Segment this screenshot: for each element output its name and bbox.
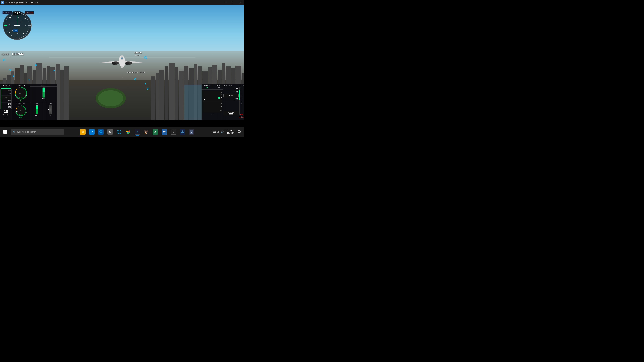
svg-rect-147 bbox=[219, 131, 219, 133]
window-title: Microsoft Flight Simulator - 1.18.15.0 bbox=[5, 1, 221, 4]
taskbar-app-clipboard[interactable] bbox=[187, 128, 196, 136]
altitude-vs-panel: ALTITUDE VS 3200 3100 3020 2900 29.92 IN… bbox=[223, 84, 244, 120]
search-bar[interactable]: 🔍 Type here to search bbox=[11, 129, 64, 135]
eng1-pct: 42% bbox=[12, 100, 30, 102]
alt-2900: 2900 bbox=[224, 97, 239, 101]
vs-bottom-display: -1690 bbox=[239, 116, 244, 118]
search-placeholder-text: Type here to search bbox=[17, 131, 36, 133]
svg-text:23%: 23% bbox=[21, 97, 24, 98]
game2-icon: ⚔ bbox=[171, 129, 176, 135]
waypoint-distance-label: 8.00NM bbox=[134, 51, 142, 54]
center-mast bbox=[122, 55, 122, 77]
svg-point-42 bbox=[112, 62, 116, 65]
degree-label: 15° bbox=[202, 113, 223, 115]
search-icon: 🔍 bbox=[12, 131, 16, 133]
svg-text:LVR: LVR bbox=[18, 97, 20, 98]
start-button[interactable] bbox=[0, 127, 10, 137]
eng2-pct: 42% bbox=[12, 116, 30, 118]
titlebar: ✈ Microsoft Flight Simulator - 1.18.15.0… bbox=[0, 0, 244, 5]
hdg-label: HDG bbox=[3, 12, 7, 13]
airspeed-unit: KTS bbox=[1, 87, 10, 89]
waypoint-dot-9 bbox=[147, 88, 148, 90]
crs-value: 219 bbox=[30, 12, 33, 14]
speed-170: 170 bbox=[0, 103, 12, 106]
crs-label: CRS bbox=[26, 12, 29, 13]
waypoint-dot-7 bbox=[134, 78, 136, 80]
svg-rect-148 bbox=[238, 131, 240, 133]
maximize-button[interactable]: □ bbox=[229, 0, 236, 5]
svg-rect-14 bbox=[60, 70, 64, 120]
speed-large-display: 18 TAS 195KT 187 bbox=[0, 109, 12, 117]
svg-rect-20 bbox=[169, 63, 174, 120]
vs-label: VS bbox=[241, 85, 244, 86]
minimize-button[interactable]: ─ bbox=[221, 0, 229, 5]
network-tray-icon[interactable] bbox=[217, 130, 220, 134]
taskbar-app-flight2[interactable] bbox=[178, 128, 187, 136]
airspeed-label: AIRSPEED bbox=[0, 84, 12, 87]
svg-marker-140 bbox=[180, 132, 184, 133]
close-button[interactable]: ✕ bbox=[236, 0, 244, 5]
keyboard-icon[interactable]: ⌨ bbox=[213, 131, 216, 133]
svg-text:LOC1: LOC1 bbox=[14, 30, 18, 31]
svg-rect-146 bbox=[218, 131, 218, 133]
taskbar-app-game2[interactable]: ⚔ bbox=[169, 128, 178, 136]
baro-sub: 3020 bbox=[224, 113, 238, 115]
taskbar-app-network[interactable]: 🌐 bbox=[96, 128, 105, 136]
tray-icon-group: ^ ⌨ 🔊 bbox=[211, 130, 224, 134]
svg-rect-22 bbox=[179, 70, 184, 120]
svg-text:LVR: LVR bbox=[18, 114, 20, 115]
taskbar-app-file-explorer[interactable]: 📁 bbox=[78, 128, 87, 136]
windows-logo-icon bbox=[3, 130, 7, 134]
taskbar-app-browser[interactable] bbox=[115, 128, 124, 136]
taskbar-app-chrome[interactable] bbox=[124, 128, 132, 136]
hdg-badge: HDG 267° bbox=[2, 11, 12, 14]
speed-200: 200 bbox=[0, 92, 12, 95]
flaps-trim-panel: FLAPS DN TRIM -17% UP DN ◄ TO -2 -4 -6 bbox=[202, 84, 223, 120]
app-icon: ✈ bbox=[1, 1, 4, 4]
manhattan-distance-label: Manhattan · 1.85NM bbox=[127, 71, 145, 73]
browser-icon bbox=[116, 129, 122, 135]
waypoint-dot-3 bbox=[35, 64, 37, 66]
compass-indicator: N S W E 33 30 24 15 6 12 LOC1 bbox=[2, 11, 32, 40]
show-hidden-tray-button[interactable]: ^ bbox=[211, 131, 212, 133]
distance-info: rty Intl 11.37NM bbox=[1, 51, 24, 57]
taskbar-app-extra1[interactable]: 🦅 bbox=[142, 128, 150, 136]
eng1-header: ENGINE #1 bbox=[12, 84, 30, 86]
flaps-value: DN bbox=[202, 86, 212, 89]
svg-text:110: 110 bbox=[25, 112, 27, 113]
file-explorer-icon: 📁 bbox=[80, 129, 86, 135]
waypoint-dot-2 bbox=[10, 69, 12, 71]
hdg-value: 267° bbox=[8, 12, 11, 14]
speed-current: 187 bbox=[0, 95, 12, 99]
distance-value: 11.37NM bbox=[12, 52, 24, 56]
window-controls: ─ □ ✕ bbox=[221, 0, 244, 5]
waypoint-altitude-label: 3000Ft bbox=[134, 54, 140, 56]
system-clock[interactable]: 12:35 PM 8/9/2021 bbox=[225, 129, 234, 134]
taskbar-app-word[interactable]: W bbox=[160, 128, 169, 136]
taskbar-app-flight-sim[interactable]: ✈ bbox=[133, 128, 142, 136]
fuel-label-2: FUEL bbox=[34, 103, 38, 105]
svg-text:23%: 23% bbox=[21, 114, 24, 115]
alt-current: 3020 bbox=[224, 94, 239, 97]
trim-value: -17% bbox=[213, 86, 223, 89]
flaps-label: FLAPS bbox=[202, 85, 212, 86]
svg-rect-15 bbox=[64, 66, 69, 120]
volume-icon[interactable]: 🔊 bbox=[221, 131, 224, 133]
waypoint-dot-6 bbox=[28, 79, 30, 80]
waypoint-dot-5 bbox=[12, 75, 14, 77]
taskbar-app-excel[interactable]: X bbox=[151, 128, 160, 136]
airport-partial: rty Intl bbox=[1, 53, 8, 55]
horizon-line bbox=[49, 57, 196, 58]
fuel-label: FUEL bbox=[30, 85, 57, 87]
svg-point-38 bbox=[98, 90, 123, 106]
notification-center-button[interactable] bbox=[236, 127, 242, 137]
heading-readout: 312° bbox=[12, 11, 21, 15]
svg-rect-16 bbox=[151, 76, 155, 120]
alt-3100: 3100 bbox=[224, 90, 239, 94]
taskbar-apps: 📁 🛍 🌐 ⚙ bbox=[65, 128, 209, 136]
network-icon: 🌐 bbox=[98, 129, 104, 135]
alt-3200: 3200 bbox=[224, 87, 239, 90]
aoa-label: AOA bbox=[49, 103, 52, 105]
taskbar-app-settings[interactable]: ⚙ bbox=[106, 128, 114, 136]
taskbar-app-store[interactable]: 🛍 bbox=[88, 128, 96, 136]
